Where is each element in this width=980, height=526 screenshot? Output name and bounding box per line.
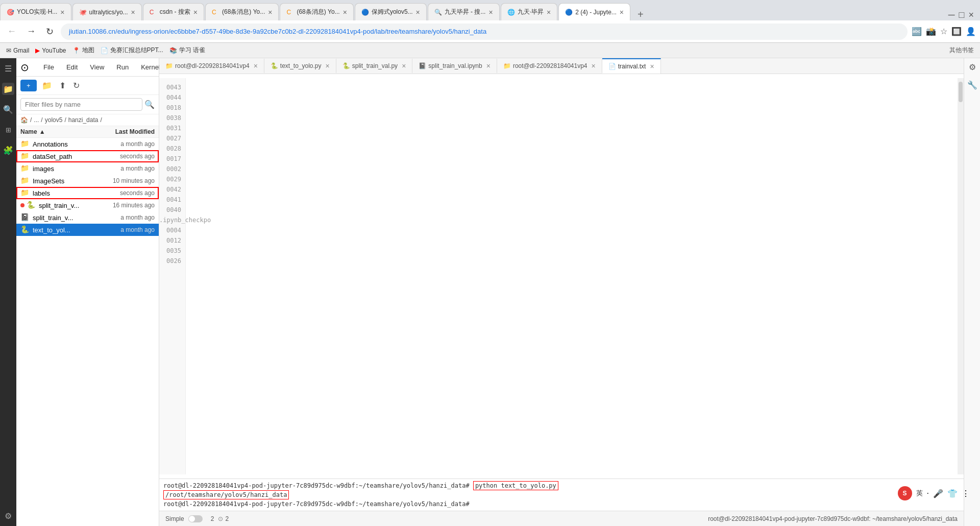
profile-icon[interactable]: 👤 xyxy=(966,27,976,36)
sidebar-extensions-icon[interactable]: 🧩 xyxy=(2,144,14,156)
file-name-images: images xyxy=(33,165,99,173)
tab-close-nanny[interactable]: × xyxy=(416,8,420,16)
bookmark-study-icon: 📚 xyxy=(169,47,177,54)
breadcrumb-home[interactable]: 🏠 xyxy=(20,116,28,124)
minimize-button[interactable]: ─ xyxy=(948,10,955,20)
nb-close-trainval-txt[interactable]: × xyxy=(650,62,654,70)
code-content[interactable] xyxy=(212,78,958,474)
file-item-labels[interactable]: 📁 labels seconds ago xyxy=(16,187,159,199)
bookmark-ppt[interactable]: 📄 免赛汇报总结PPT... xyxy=(101,46,163,55)
sidebar-settings-icon[interactable]: ⚙ xyxy=(2,510,14,522)
tab-68msg2[interactable]: C (68条消息) Yo... × xyxy=(280,3,353,20)
more-icon[interactable]: ⋮ xyxy=(962,489,970,498)
nb-close-split-train-ipynb[interactable]: × xyxy=(486,62,491,70)
bookmark-ppt-label: 免赛汇报总结PPT... xyxy=(110,46,163,55)
breadcrumb-hanzi-data[interactable]: hanzi_data xyxy=(68,116,99,124)
maximize-button[interactable]: □ xyxy=(959,10,965,20)
tshirt-icon[interactable]: 👕 xyxy=(947,489,958,498)
file-item-dataset-path[interactable]: 📁 dataSet_path seconds ago xyxy=(16,150,159,162)
nb-tab-split-train-py[interactable]: 🐍 split_train_val.py × xyxy=(336,59,413,73)
tab-close-csdn[interactable]: × xyxy=(193,8,198,16)
sidebar-files-icon[interactable]: 📁 xyxy=(2,83,14,95)
nb-close-text-to-yolo[interactable]: × xyxy=(326,62,330,70)
breadcrumb-ellipsis[interactable]: ... xyxy=(34,116,39,124)
sogou-icon[interactable]: S xyxy=(898,486,912,500)
new-tab-button[interactable]: + xyxy=(633,9,648,20)
file-item-images[interactable]: 📁 images a month ago xyxy=(16,162,159,175)
nb-tab-split-train-ipynb[interactable]: 📓 split_train_val.ipynb × xyxy=(412,59,497,73)
tab-jupyter[interactable]: 🔵 2 (4) - Jupyte... × xyxy=(558,3,630,20)
sidebar-search-icon[interactable]: 🔍 xyxy=(2,103,14,115)
menu-view[interactable]: View xyxy=(84,61,110,73)
tab-close-ultralytics[interactable]: × xyxy=(131,8,135,16)
tab-close-jupyter[interactable]: × xyxy=(620,8,624,16)
vertical-scrollbar[interactable] xyxy=(958,78,964,474)
file-item-annotations[interactable]: 📁 Annotations a month ago xyxy=(16,138,159,150)
browser-chrome: 🎯 YOLO实现·H... × 🐙 ultralytics/yo... × C … xyxy=(0,0,980,58)
close-button[interactable]: × xyxy=(968,10,974,20)
forward-button[interactable]: → xyxy=(23,25,39,38)
right-sidebar-icon-1[interactable]: ⚙ xyxy=(969,62,976,72)
nb-close-terminal2[interactable]: × xyxy=(592,62,596,70)
bookmark-study[interactable]: 📚 学习 语雀 xyxy=(169,46,205,55)
file-item-split-train-red[interactable]: 🐍 split_train_v... 16 minutes ago xyxy=(16,199,159,211)
tab-bar: 🎯 YOLO实现·H... × 🐙 ultralytics/yo... × C … xyxy=(0,0,980,20)
right-sidebar-icon-2[interactable]: 🔧 xyxy=(967,80,977,90)
bookmark-maps[interactable]: 📍 地图 xyxy=(72,46,94,55)
breadcrumb-yolov5[interactable]: yolov5 xyxy=(45,116,63,124)
bookmark-youtube[interactable]: ▶ YouTube xyxy=(35,47,66,54)
file-item-split-train-blue[interactable]: 📓 split_train_v... a month ago xyxy=(16,211,159,224)
menu-run[interactable]: Run xyxy=(110,61,135,73)
tab-9heaven-search[interactable]: 🔍 九天毕昇 - 搜... × xyxy=(428,3,500,20)
upload-button[interactable]: ⬆ xyxy=(57,80,68,91)
nb-tab-trainval-txt[interactable]: 📄 trainval.txt × xyxy=(602,58,661,74)
refresh-files-button[interactable]: ↻ xyxy=(71,80,82,91)
sidebar-toggle-button[interactable]: ☰ xyxy=(2,62,14,75)
menu-edit[interactable]: Edit xyxy=(60,61,84,73)
dot-icon[interactable]: · xyxy=(927,489,929,498)
new-folder-button[interactable]: 📁 xyxy=(40,80,54,91)
menu-file[interactable]: File xyxy=(37,61,60,73)
file-item-text-to-yolo[interactable]: 🐍 text_to_yol... a month ago xyxy=(16,224,159,236)
translate-icon[interactable]: 🔤 xyxy=(912,27,922,36)
file-item-imagesets[interactable]: 📁 ImageSets 10 minutes ago xyxy=(16,175,159,187)
scrollbar-thumb[interactable] xyxy=(959,82,963,102)
file-name-text-to-yolo: text_to_yol... xyxy=(33,226,99,234)
other-bookmarks[interactable]: 其他书签 xyxy=(949,46,974,55)
sort-name-button[interactable]: Name ▲ xyxy=(20,128,93,135)
nb-tab-text-to-yolo[interactable]: 🐍 text_to_yolo.py × xyxy=(264,59,336,73)
tab-csdn[interactable]: C csdn - 搜索 × xyxy=(143,3,204,20)
back-button[interactable]: ← xyxy=(4,25,19,38)
simple-toggle[interactable] xyxy=(188,515,203,522)
lang-toggle[interactable]: 英 xyxy=(916,489,923,498)
txt-icon: 📄 xyxy=(608,63,616,70)
refresh-button[interactable]: ↻ xyxy=(43,25,57,38)
tab-close-9heaven[interactable]: × xyxy=(547,8,551,16)
new-launcher-button[interactable]: + xyxy=(20,80,37,91)
nb-tab-terminal1[interactable]: 📁 root@dl-220928184041vp4 × xyxy=(159,59,264,73)
tab-yolo[interactable]: 🎯 YOLO实现·H... × xyxy=(0,3,71,20)
tab-9heaven[interactable]: 🌐 九天·毕昇 × xyxy=(501,3,558,20)
nb-tab-label-split-train-py: split_train_val.py xyxy=(352,62,398,69)
tab-close-yolo[interactable]: × xyxy=(60,8,64,16)
mic-icon[interactable]: 🎤 xyxy=(933,489,943,498)
nb-close-split-train-py[interactable]: × xyxy=(402,62,406,70)
tab-close-68msg1[interactable]: × xyxy=(268,8,272,16)
tab-nanny[interactable]: 🔵 保姆式yolov5... × xyxy=(355,3,427,20)
url-box[interactable]: jiutian.10086.cn/edu/ingress-orion/ec6bb… xyxy=(61,23,908,40)
nb-close-terminal1[interactable]: × xyxy=(254,62,258,70)
tab-ultralytics[interactable]: 🐙 ultralytics/yo... × xyxy=(72,3,142,20)
filter-search-icon[interactable]: 🔍 xyxy=(144,100,155,109)
tab-68msg1[interactable]: C (68条消息) Yo... × xyxy=(205,3,279,20)
bookmark-icon[interactable]: ☆ xyxy=(940,27,947,36)
tab-close-9heaven-search[interactable]: × xyxy=(488,8,493,16)
filter-files-input[interactable] xyxy=(20,98,142,111)
nb-tab-terminal2[interactable]: 📁 root@dl-220928184041vp4 × xyxy=(497,59,602,73)
url-text: jiutian.10086.cn/edu/ingress-orion/ec6bb… xyxy=(69,28,899,35)
bookmark-gmail[interactable]: ✉ Gmail xyxy=(6,47,29,54)
sidebar-git-icon[interactable]: ⊞ xyxy=(2,124,14,136)
tab-close-68msg2[interactable]: × xyxy=(343,8,347,16)
screenshot-icon[interactable]: 📸 xyxy=(926,27,936,36)
line-num-6: 0027 xyxy=(159,133,185,144)
extension-icon[interactable]: 🔲 xyxy=(951,27,962,36)
